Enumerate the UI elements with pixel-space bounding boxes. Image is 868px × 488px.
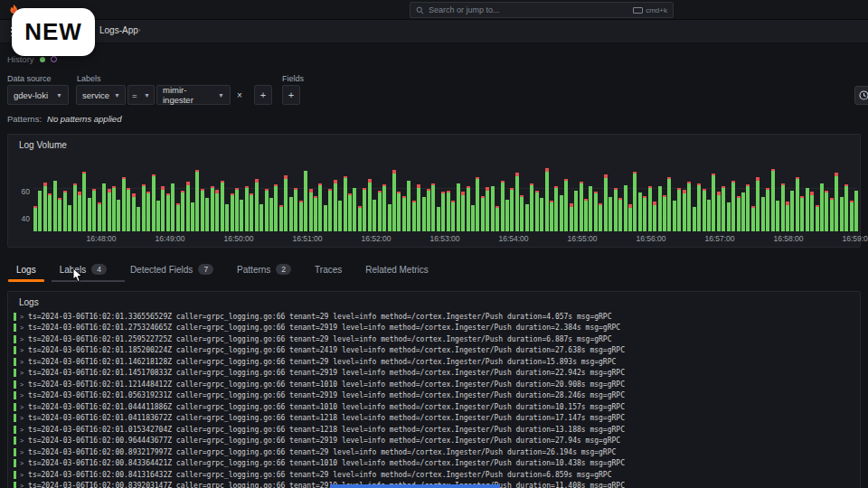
x-axis-tick: 16:58:00 (773, 234, 803, 243)
log-level-indicator (14, 335, 16, 343)
volume-bar (663, 195, 666, 231)
volume-bar (146, 192, 150, 231)
chevron-down-icon: ▼ (56, 92, 62, 99)
volume-bar (309, 189, 313, 231)
volume-bar (225, 204, 229, 231)
datasource-select[interactable]: gdev-loki▼ (7, 85, 69, 105)
volume-bar (781, 183, 785, 231)
log-line[interactable]: >ts=2024-03-06T16:02:00.843364421Z calle… (14, 458, 858, 470)
volume-bar (98, 202, 101, 231)
volume-bar (683, 190, 686, 231)
expand-log-icon[interactable]: > (20, 370, 24, 376)
volume-bar (741, 192, 745, 231)
expand-log-icon[interactable]: > (20, 483, 24, 488)
volume-bar (382, 184, 386, 231)
tab-traces[interactable]: Traces (315, 262, 342, 282)
volume-bar (289, 197, 293, 231)
expand-log-icon[interactable]: > (20, 449, 24, 455)
remove-label-button[interactable]: × (232, 85, 247, 105)
log-volume-panel: Log Volume 60 40 16:48:0016:49:0016:50:0… (7, 134, 861, 248)
x-axis-ticks: 16:48:0016:49:0016:50:0016:51:0016:52:00… (33, 234, 857, 245)
volume-bar (609, 197, 612, 231)
expand-log-icon[interactable]: > (20, 404, 24, 410)
volume-bar (810, 192, 814, 231)
x-axis-tick: 16:51:00 (292, 234, 322, 243)
breadcrumb[interactable]: Logs-App (99, 25, 138, 35)
log-line-text: ts=2024-03-06T16:02:01.145170833Z caller… (28, 369, 625, 377)
log-line[interactable]: >ts=2024-03-06T16:02:01.145170833Z calle… (14, 368, 858, 380)
add-label-button[interactable]: + (254, 85, 272, 105)
log-line[interactable]: >ts=2024-03-06T16:02:00.893217997Z calle… (14, 446, 858, 458)
log-line[interactable]: >ts=2024-03-06T16:02:01.056319231Z calle… (14, 390, 858, 402)
x-axis-tick: 16:55:00 (567, 234, 597, 243)
tab-count-badge: 4 (91, 264, 107, 275)
log-line[interactable]: >ts=2024-03-06T16:02:00.841316432Z calle… (14, 469, 858, 481)
x-axis-tick: 16:48:00 (86, 234, 116, 243)
log-volume-plot[interactable] (33, 155, 857, 231)
volume-bar (156, 201, 160, 231)
log-line-text: ts=2024-03-06T16:02:00.964443677Z caller… (28, 436, 620, 445)
log-line[interactable]: >ts=2024-03-06T16:02:01.146218128Z calle… (14, 356, 858, 368)
volume-bar (92, 189, 96, 231)
expand-log-icon[interactable]: > (20, 314, 24, 320)
expand-log-icon[interactable]: > (20, 472, 24, 478)
volume-bar (574, 191, 578, 231)
expand-log-icon[interactable]: > (20, 427, 24, 433)
expand-log-icon[interactable]: > (20, 336, 24, 343)
log-line[interactable]: >ts=2024-03-06T16:02:01.259522725Z calle… (14, 333, 858, 345)
add-field-button[interactable]: + (282, 85, 300, 105)
volume-bar (550, 201, 553, 231)
log-line[interactable]: >ts=2024-03-06T16:02:01.015342704Z calle… (14, 424, 858, 436)
volume-bar (235, 188, 239, 231)
volume-bar (63, 191, 67, 231)
volume-bar (108, 189, 111, 231)
volume-bar (122, 177, 126, 231)
tab-patterns[interactable]: Patterns2 (237, 262, 291, 282)
tab-count-badge: 7 (198, 264, 213, 275)
volume-bar (338, 201, 342, 231)
label-key-select[interactable]: service▼ (76, 85, 126, 105)
log-line[interactable]: >ts=2024-03-06T16:02:01.275324665Z calle… (14, 323, 858, 334)
search-input[interactable]: Search or jump to... cmd+k (410, 2, 674, 18)
expand-log-icon[interactable]: > (20, 324, 24, 331)
log-line[interactable]: >ts=2024-03-06T16:02:01.336556529Z calle… (14, 311, 858, 323)
time-range-picker-button[interactable] (854, 86, 868, 105)
log-level-indicator (14, 414, 16, 422)
tab-logs[interactable]: Logs (16, 262, 36, 282)
top-bar: Search or jump to... cmd+k (0, 0, 868, 20)
log-line-text: ts=2024-03-06T16:02:01.121448412Z caller… (28, 380, 625, 389)
volume-bar (840, 197, 844, 231)
tab-detected-fields[interactable]: Detected Fields7 (130, 262, 213, 282)
label-value-select[interactable]: mimir-ingester▼ (156, 85, 231, 105)
volume-bar (800, 196, 804, 231)
volume-bar (599, 203, 602, 231)
expand-log-icon[interactable]: > (20, 437, 24, 444)
log-level-indicator (14, 324, 16, 332)
log-line[interactable]: >ts=2024-03-06T16:02:00.964443677Z calle… (14, 436, 858, 447)
volume-bar (250, 193, 253, 231)
log-lines-container: >ts=2024-03-06T16:02:01.336556529Z calle… (14, 311, 858, 488)
volume-bar (520, 195, 524, 231)
log-line-text: ts=2024-03-06T16:02:01.185200224Z caller… (28, 346, 625, 354)
log-line-text: ts=2024-03-06T16:02:01.146218128Z caller… (28, 358, 616, 366)
expand-log-icon[interactable]: > (20, 347, 24, 353)
volume-bar (388, 204, 392, 231)
expand-log-icon[interactable]: > (20, 359, 24, 365)
expand-log-icon[interactable]: > (20, 392, 24, 399)
expand-log-icon[interactable]: > (20, 381, 24, 388)
expand-log-icon[interactable]: > (20, 460, 24, 466)
new-feature-badge: NEW (12, 8, 95, 56)
label-operator-select[interactable]: =▼ (127, 85, 155, 105)
log-line[interactable]: >ts=2024-03-06T16:02:01.041183672Z calle… (14, 413, 858, 425)
log-line[interactable]: >ts=2024-03-06T16:02:01.044411886Z calle… (14, 401, 858, 413)
log-line[interactable]: >ts=2024-03-06T16:02:01.185200224Z calle… (14, 345, 858, 357)
tab-related-metrics[interactable]: Related Metrics (365, 262, 428, 282)
volume-bar (152, 174, 156, 231)
volume-bar (476, 177, 479, 231)
volume-bar (703, 189, 706, 231)
log-line[interactable]: >ts=2024-03-06T16:02:01.121448412Z calle… (14, 379, 858, 390)
volume-bar (457, 183, 460, 231)
x-axis-tick: 16:50:00 (223, 234, 253, 243)
expand-log-icon[interactable]: > (20, 415, 24, 421)
volume-bar (334, 180, 337, 231)
